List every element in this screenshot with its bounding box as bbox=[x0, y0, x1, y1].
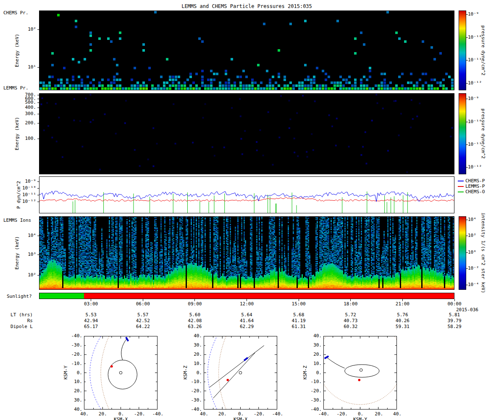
orbit-xtick-label: -40. bbox=[272, 411, 284, 417]
ephemeris-value: 5.64 bbox=[241, 312, 252, 318]
sunlight-segment bbox=[39, 293, 84, 299]
tick-mark bbox=[37, 236, 39, 236]
orbit-ytick-label: 30. bbox=[188, 342, 202, 348]
ions-spectrogram bbox=[39, 217, 454, 289]
spacecraft-direction-marker bbox=[325, 356, 329, 359]
pressure-line-panel bbox=[39, 176, 454, 213]
orbit-xtick-label: -20. bbox=[337, 411, 348, 417]
tick-mark bbox=[37, 102, 39, 103]
bow-shock-curve bbox=[90, 336, 101, 409]
legend-entry: CHEMS-O bbox=[458, 189, 485, 194]
orbit-xtick-label: 20. bbox=[99, 411, 107, 417]
magnetopause-curve bbox=[324, 336, 396, 404]
orbit0-ylabel: KSM-Y bbox=[63, 365, 68, 379]
colorbar-tick-label: 10⁰ bbox=[468, 249, 476, 255]
orbit-xtick-label: 40. bbox=[200, 411, 208, 417]
ephemeris-value: 39.79 bbox=[447, 318, 461, 323]
ephemeris-value: 5.57 bbox=[137, 312, 149, 318]
orbit-xtick-label: 20. bbox=[218, 411, 227, 417]
orbit-xtick-label: -20. bbox=[134, 411, 145, 417]
ephemeris-value: 63.26 bbox=[188, 324, 202, 329]
time-tick-label: 09:00 bbox=[188, 301, 202, 307]
orbit1-xlabel: KSM-X bbox=[204, 417, 277, 420]
orbit-ytick-label: 0. bbox=[307, 370, 322, 375]
orbit-ytick-label: 30. bbox=[307, 342, 322, 348]
pressure-lines bbox=[39, 177, 454, 213]
colorbar-tick-label: 10⁻² bbox=[468, 265, 479, 271]
y-tick-label: 10⁻⁹ bbox=[15, 178, 36, 184]
page-title: LEMMS and CHEMS Particle Pressures 2015:… bbox=[39, 3, 454, 9]
ephemeris-value: 58.29 bbox=[447, 324, 461, 329]
time-tick-label: 03:00 bbox=[84, 301, 98, 307]
lemms-spectrogram bbox=[39, 94, 454, 174]
tick-mark bbox=[37, 95, 39, 95]
y-tick-label: 400. bbox=[15, 105, 36, 110]
tick-mark bbox=[37, 188, 39, 189]
orbit0-xlabel: KSM-X bbox=[84, 417, 158, 420]
ephemeris-value: 40.73 bbox=[344, 318, 357, 323]
ephemeris-value: 59.31 bbox=[396, 324, 410, 329]
y-tick-label: 100. bbox=[15, 136, 36, 141]
ions-colorbar bbox=[459, 216, 466, 290]
trajectory-curve bbox=[121, 338, 127, 360]
chems-ylabel: Energy (keV) bbox=[14, 34, 20, 67]
chems-panel-label: CHEMS Pr. bbox=[3, 10, 29, 16]
orbit-ytick-label: -20. bbox=[307, 388, 322, 394]
colorbar-tick-label: 10⁻¹² bbox=[468, 80, 482, 86]
orbit-ytick-label: 40. bbox=[188, 333, 202, 339]
tick-mark bbox=[37, 29, 39, 30]
orbit-ytick-label: 10. bbox=[68, 379, 82, 384]
orbit-xtick-label: 40. bbox=[393, 411, 402, 417]
colorbar-tick-label: 10² bbox=[468, 233, 476, 238]
orbit2-xlabel: KSM-Y bbox=[323, 417, 397, 420]
orbit-xtick-label: -40. bbox=[152, 411, 164, 417]
tick-mark bbox=[37, 275, 39, 276]
legend-entry: LEMMS-P bbox=[458, 184, 485, 189]
orbit-xtick-label: -20. bbox=[254, 411, 265, 417]
legend-swatch bbox=[458, 186, 464, 187]
spacecraft-position-dot bbox=[358, 379, 361, 381]
orbit-ytick-label: -30. bbox=[68, 342, 82, 348]
y-tick-label: 10⁻¹¹ bbox=[15, 192, 36, 197]
saturn-circle bbox=[239, 371, 242, 374]
orbit-ytick-label: 20. bbox=[68, 388, 82, 394]
colorbar-tick-label: 10⁴ bbox=[468, 217, 476, 222]
ephemeris-value: 62.29 bbox=[240, 324, 254, 329]
time-tick-label: 18:00 bbox=[344, 301, 357, 307]
colorbar-tick-label: 10⁻¹² bbox=[468, 164, 482, 170]
legend-entry: CHEMS-P bbox=[458, 178, 485, 184]
orbit-xtick-label: 0. bbox=[118, 411, 124, 417]
ephemeris-value: 5.60 bbox=[189, 312, 201, 318]
ions-colorbar-label: intensity 1/(s cm^2 ster keV) bbox=[480, 213, 486, 293]
ephemeris-value: 42.94 bbox=[84, 318, 98, 323]
orbit-xtick-label: 20. bbox=[375, 411, 383, 417]
trajectory-line bbox=[210, 346, 264, 387]
mimi-summary-plot-page: LEMMS and CHEMS Particle Pressures 2015:… bbox=[0, 0, 504, 420]
colorbar-tick-label: 10⁻¹¹ bbox=[468, 57, 482, 63]
time-tick-label: 15:00 bbox=[292, 301, 306, 307]
ephemeris-row-label-lt: LT (hrs) bbox=[3, 312, 33, 318]
tick-mark bbox=[37, 139, 39, 139]
orbit-ytick-label: -10. bbox=[68, 361, 82, 366]
orbit-xtick-label: 0. bbox=[238, 411, 244, 417]
orbit-plot-ksmx-ksmz bbox=[204, 336, 277, 410]
orbit-svg bbox=[324, 336, 396, 409]
orbit-ytick-label: 10. bbox=[188, 361, 202, 366]
tick-mark bbox=[37, 67, 39, 68]
orbit-xtick-label: -40. bbox=[318, 411, 330, 417]
y-tick-label: 10³ bbox=[15, 252, 36, 257]
chems-spectrogram bbox=[39, 11, 454, 90]
y-tick-label: 200. bbox=[15, 120, 36, 126]
ephemeris-value: 5.76 bbox=[397, 312, 408, 318]
orbit-plot-ksmy-ksmz bbox=[323, 336, 397, 410]
y-tick-label: 10⁻¹⁰ bbox=[15, 185, 36, 191]
time-tick-label: 00:00 bbox=[447, 301, 461, 307]
chems-colorbar bbox=[459, 10, 466, 90]
colorbar-tick-label: 10⁻¹⁰ bbox=[468, 34, 482, 40]
orbit-ytick-label: 0. bbox=[188, 370, 202, 375]
ephemeris-value: 61.31 bbox=[292, 324, 306, 329]
ephemeris-row-label-dipole: Dipole L bbox=[3, 324, 33, 329]
orbit-circle bbox=[108, 360, 137, 389]
ephemeris-value: 5.68 bbox=[293, 312, 304, 318]
sunlight-bar bbox=[39, 293, 454, 299]
